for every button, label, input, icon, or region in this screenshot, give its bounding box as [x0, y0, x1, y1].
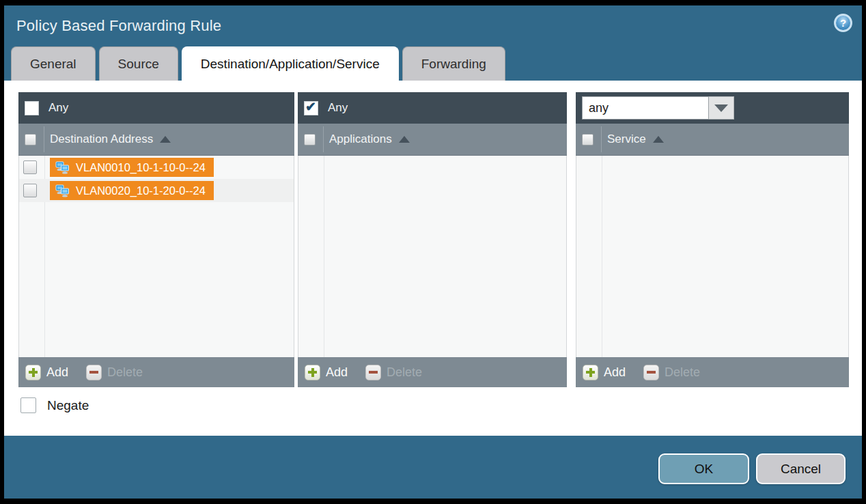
tab-general[interactable]: General	[11, 46, 96, 81]
delete-label: Delete	[387, 365, 422, 380]
network-address-icon	[55, 184, 70, 197]
ok-button[interactable]: OK	[658, 453, 749, 484]
service-dropdown-button[interactable]	[709, 96, 734, 120]
destination-any-checkbox[interactable]	[25, 101, 39, 115]
row-checkbox[interactable]	[23, 184, 37, 197]
service-dropdown-bar: any	[576, 92, 849, 124]
destination-address-item[interactable]: VLAN0020_10-1-20-0--24	[50, 181, 214, 200]
applications-any-checkbox[interactable]	[304, 101, 318, 115]
add-button[interactable]: Add	[305, 365, 348, 380]
service-column-label: Service	[607, 132, 646, 146]
tab-destination-application-service[interactable]: Destination/Application/Service	[182, 46, 399, 81]
dialog-footer: OK Cancel	[4, 436, 862, 499]
sort-ascending-icon[interactable]	[160, 136, 171, 143]
applications-column-label: Applications	[329, 132, 392, 146]
dialog-title: Policy Based Forwarding Rule	[16, 17, 221, 35]
service-column-header: Service	[576, 124, 849, 156]
service-select-all-checkbox[interactable]	[582, 134, 593, 145]
sort-ascending-icon[interactable]	[653, 136, 664, 143]
applications-any-bar: Any	[298, 92, 567, 124]
destination-actions-bar: Add Delete	[18, 357, 294, 387]
applications-actions-bar: Add Delete	[298, 357, 567, 387]
applications-select-all-checkbox[interactable]	[304, 134, 316, 145]
negate-label: Negate	[47, 398, 89, 413]
table-row: VLAN0010_10-1-10-0--24	[19, 156, 294, 179]
add-button[interactable]: Add	[25, 365, 68, 380]
title-bar: Policy Based Forwarding Rule ?	[4, 5, 862, 46]
negate-checkbox[interactable]	[20, 397, 36, 413]
destination-column-header: Destination Address	[18, 124, 294, 156]
row-checkbox[interactable]	[23, 160, 37, 174]
destination-panel: Any Destination Address	[18, 92, 294, 387]
delete-button[interactable]: Delete	[365, 365, 422, 380]
delete-label: Delete	[107, 365, 143, 380]
add-label: Add	[604, 365, 626, 380]
sort-ascending-icon[interactable]	[399, 136, 410, 143]
tab-source[interactable]: Source	[99, 46, 178, 81]
destination-address-item[interactable]: VLAN0010_10-1-10-0--24	[50, 158, 214, 177]
minus-icon	[86, 365, 102, 380]
destination-any-bar: Any	[18, 92, 294, 124]
destination-select-all-checkbox[interactable]	[25, 134, 36, 145]
plus-icon	[305, 365, 320, 380]
destination-address-label: VLAN0020_10-1-20-0--24	[76, 184, 206, 197]
delete-button[interactable]: Delete	[86, 365, 143, 380]
delete-label: Delete	[665, 365, 700, 380]
network-address-icon	[55, 161, 70, 174]
destination-any-label: Any	[48, 101, 68, 115]
minus-icon	[643, 365, 659, 380]
tab-content: Any Destination Address	[4, 81, 862, 436]
minus-icon	[365, 365, 381, 380]
tab-forwarding[interactable]: Forwarding	[402, 46, 505, 81]
add-label: Add	[326, 365, 348, 380]
service-actions-bar: Add Delete	[576, 357, 849, 387]
plus-icon	[25, 365, 41, 380]
delete-button[interactable]: Delete	[643, 365, 700, 380]
help-icon[interactable]: ?	[834, 14, 852, 32]
add-button[interactable]: Add	[583, 365, 626, 380]
destination-address-list: VLAN0010_10-1-10-0--24	[18, 156, 294, 357]
plus-icon	[583, 365, 598, 380]
service-dropdown: any	[582, 96, 734, 120]
add-label: Add	[46, 365, 68, 380]
policy-based-forwarding-dialog: Policy Based Forwarding Rule ? General S…	[4, 5, 862, 499]
table-row: VLAN0020_10-1-20-0--24	[19, 179, 294, 202]
negate-option: Negate	[20, 397, 89, 413]
applications-panel: Any Applications Add Delete	[298, 92, 567, 387]
applications-list	[298, 156, 567, 357]
service-panel: any Service Add Delete	[576, 92, 849, 387]
chevron-down-icon	[714, 104, 728, 112]
service-dropdown-value[interactable]: any	[582, 96, 709, 120]
applications-any-label: Any	[328, 101, 348, 115]
tab-bar: General Source Destination/Application/S…	[4, 46, 862, 81]
applications-column-header: Applications	[298, 124, 567, 156]
service-list	[576, 156, 849, 357]
cancel-button[interactable]: Cancel	[756, 453, 846, 484]
destination-address-label: VLAN0010_10-1-10-0--24	[76, 161, 206, 174]
destination-column-label: Destination Address	[50, 132, 153, 146]
